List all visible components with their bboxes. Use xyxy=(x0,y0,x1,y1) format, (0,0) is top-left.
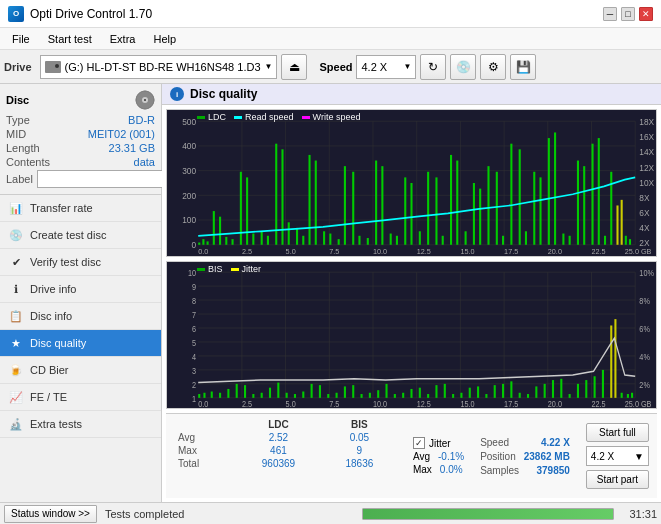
disc-quality-header-icon: i xyxy=(170,87,184,101)
svg-rect-104 xyxy=(604,236,606,245)
max-ldc: 461 xyxy=(235,444,322,457)
svg-rect-159 xyxy=(211,391,213,397)
start-full-button[interactable]: Start full xyxy=(586,423,649,442)
svg-rect-78 xyxy=(410,183,412,245)
svg-rect-108 xyxy=(625,236,627,245)
svg-rect-89 xyxy=(496,172,498,245)
max-bis: 9 xyxy=(322,444,397,457)
svg-rect-74 xyxy=(381,166,383,245)
svg-rect-86 xyxy=(473,183,475,245)
menu-bar: File Start test Extra Help xyxy=(0,28,661,50)
svg-rect-168 xyxy=(286,393,288,398)
top-chart-svg: 500 400 300 200 100 0 18X 16X 14X 12X 10… xyxy=(167,110,656,256)
disc-type-label: Type xyxy=(6,114,30,126)
bottom-chart: BIS Jitter xyxy=(166,261,657,409)
menu-help[interactable]: Help xyxy=(145,31,184,47)
refresh-button[interactable]: ↻ xyxy=(420,54,446,80)
disc-contents-value: data xyxy=(134,156,155,168)
nav-create-test-disc[interactable]: 💿 Create test disc xyxy=(0,222,161,249)
svg-rect-51 xyxy=(219,217,221,245)
svg-rect-101 xyxy=(583,166,585,245)
maximize-button[interactable]: □ xyxy=(621,7,635,21)
svg-rect-174 xyxy=(336,393,338,398)
close-button[interactable]: ✕ xyxy=(639,7,653,21)
svg-text:14X: 14X xyxy=(639,147,654,157)
svg-rect-211 xyxy=(631,393,633,398)
nav-drive-info[interactable]: ℹ Drive info xyxy=(0,276,161,303)
svg-text:0: 0 xyxy=(191,240,196,250)
nav-disc-quality-label: Disc quality xyxy=(30,337,86,349)
speed-dropdown[interactable]: 4.2 X ▼ xyxy=(586,446,649,466)
nav-drive-info-label: Drive info xyxy=(30,283,76,295)
nav-disc-info[interactable]: 📋 Disc info xyxy=(0,303,161,330)
svg-rect-165 xyxy=(261,393,263,398)
svg-text:5: 5 xyxy=(192,338,196,348)
svg-text:2.5: 2.5 xyxy=(242,399,253,408)
svg-text:22.5: 22.5 xyxy=(591,246,605,255)
svg-rect-48 xyxy=(202,239,204,245)
svg-rect-62 xyxy=(296,228,298,245)
save-button[interactable]: 💾 xyxy=(510,54,536,80)
svg-rect-55 xyxy=(246,177,248,244)
svg-text:300: 300 xyxy=(182,166,196,176)
svg-rect-91 xyxy=(510,144,512,245)
disc-label-row: Label 🔍 xyxy=(6,170,155,188)
svg-rect-109 xyxy=(629,239,631,245)
menu-extra[interactable]: Extra xyxy=(102,31,144,47)
svg-text:500: 500 xyxy=(182,116,196,126)
menu-start-test[interactable]: Start test xyxy=(40,31,100,47)
verify-test-disc-icon: ✔ xyxy=(8,254,24,270)
bis-color-dot xyxy=(197,268,205,271)
total-ldc: 960369 xyxy=(235,457,322,470)
avg-ldc: 2.52 xyxy=(235,431,322,444)
disc-title: Disc xyxy=(6,94,29,106)
menu-file[interactable]: File xyxy=(4,31,38,47)
svg-text:15.0: 15.0 xyxy=(460,399,475,408)
start-part-button[interactable]: Start part xyxy=(586,470,649,489)
svg-text:4X: 4X xyxy=(639,223,649,233)
svg-text:12X: 12X xyxy=(639,162,654,172)
settings-button[interactable]: ⚙ xyxy=(480,54,506,80)
jitter-avg-label: Avg xyxy=(413,451,430,462)
svg-rect-110 xyxy=(167,262,656,408)
nav-extra-tests[interactable]: 🔬 Extra tests xyxy=(0,411,161,438)
position-label: Position xyxy=(480,451,516,462)
svg-rect-167 xyxy=(277,383,279,398)
svg-text:1: 1 xyxy=(192,394,196,404)
nav-transfer-rate[interactable]: 📊 Transfer rate xyxy=(0,195,161,222)
svg-rect-53 xyxy=(232,239,234,245)
svg-rect-76 xyxy=(396,236,398,245)
drive-info-icon: ℹ xyxy=(8,281,24,297)
eject-button[interactable]: ⏏ xyxy=(281,54,307,80)
speed-select[interactable]: 4.2 X ▼ xyxy=(356,55,416,79)
avg-bis: 0.05 xyxy=(322,431,397,444)
cd-bier-icon: 🍺 xyxy=(8,362,24,378)
svg-text:2%: 2% xyxy=(639,380,650,390)
svg-text:7: 7 xyxy=(192,310,196,320)
svg-rect-67 xyxy=(329,234,331,245)
svg-rect-202 xyxy=(569,394,571,398)
top-chart: LDC Read speed Write speed xyxy=(166,109,657,257)
drive-select[interactable]: (G:) HL-DT-ST BD-RE WH16NS48 1.D3 ▼ xyxy=(40,55,278,79)
jitter-checkbox[interactable]: ✓ xyxy=(413,437,425,449)
status-window-button[interactable]: Status window >> xyxy=(4,505,97,523)
nav-disc-quality[interactable]: ★ Disc quality xyxy=(0,330,161,357)
disc-mid-label: MID xyxy=(6,128,26,140)
status-bar: Status window >> Tests completed 31:31 xyxy=(0,502,661,524)
svg-text:5.0: 5.0 xyxy=(286,399,297,408)
svg-rect-58 xyxy=(267,236,269,245)
disc-button[interactable]: 💿 xyxy=(450,54,476,80)
title-bar-controls[interactable]: ─ □ ✕ xyxy=(603,7,653,21)
svg-rect-163 xyxy=(244,385,246,398)
svg-rect-157 xyxy=(198,394,200,398)
svg-rect-95 xyxy=(539,177,541,244)
disc-label-input[interactable] xyxy=(37,170,170,188)
legend-ldc: LDC xyxy=(197,112,226,122)
nav-verify-test-disc[interactable]: ✔ Verify test disc xyxy=(0,249,161,276)
jitter-max-label: Max xyxy=(413,464,432,475)
nav-fe-te[interactable]: 📈 FE / TE xyxy=(0,384,161,411)
nav-cd-bier[interactable]: 🍺 CD Bier xyxy=(0,357,161,384)
minimize-button[interactable]: ─ xyxy=(603,7,617,21)
app-icon: O xyxy=(8,6,24,22)
write-speed-color-dot xyxy=(302,116,310,119)
